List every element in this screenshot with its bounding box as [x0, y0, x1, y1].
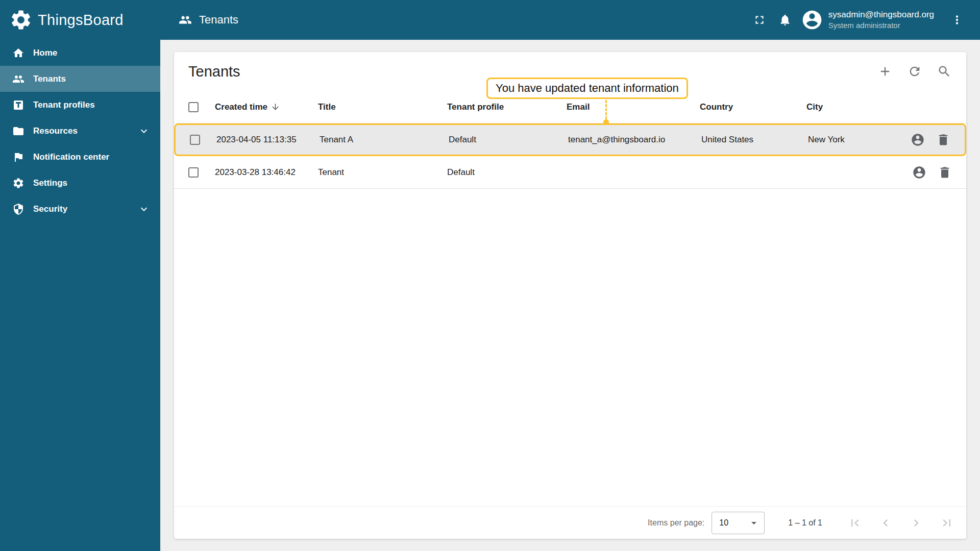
- bell-icon: [778, 13, 792, 27]
- tenants-card: Tenants Created time Title Tenant: [174, 52, 966, 539]
- sort-descending-icon: [267, 102, 280, 112]
- items-per-page-label: Items per page:: [648, 518, 704, 528]
- sidebar-item-label: Tenants: [33, 74, 66, 84]
- topbar-title: Tenants: [179, 13, 238, 27]
- user-email: sysadmin@thingsboard.org: [828, 9, 934, 20]
- app-root: ThingsBoard Home Tenants Tenant profiles…: [0, 0, 980, 551]
- chevron-right-icon: [909, 516, 923, 530]
- sidebar-item-settings[interactable]: Settings: [0, 170, 160, 196]
- page-range-label: 1 – 1 of 1: [788, 518, 822, 528]
- sidebar-item-notification-center[interactable]: Notification center: [0, 144, 160, 170]
- delete-tenant-button[interactable]: [936, 133, 950, 147]
- sidebar-item-label: Resources: [33, 126, 78, 136]
- last-page-button[interactable]: [936, 512, 958, 534]
- row-checkbox[interactable]: [188, 167, 199, 178]
- sidebar-item-home[interactable]: Home: [0, 40, 160, 66]
- more-menu-button[interactable]: [944, 7, 970, 33]
- column-header-created-time[interactable]: Created time: [215, 102, 318, 112]
- callout-text: You have updated tenant information: [496, 82, 679, 94]
- next-page-button[interactable]: [905, 512, 927, 534]
- refresh-button[interactable]: [903, 60, 926, 83]
- add-tenant-button[interactable]: [873, 60, 897, 83]
- cell-title: Tenant A: [320, 135, 449, 145]
- account-circle-icon: [912, 165, 926, 180]
- delete-tenant-button[interactable]: [938, 165, 952, 180]
- column-header-city[interactable]: City: [806, 102, 875, 112]
- row-actions: [875, 165, 952, 180]
- sidebar-item-security[interactable]: Security: [0, 196, 160, 222]
- sidebar-item-label: Security: [33, 204, 67, 214]
- cell-tenant-profile: Default: [447, 167, 567, 178]
- column-header-country[interactable]: Country: [700, 102, 806, 112]
- search-icon: [937, 64, 951, 79]
- topbar: Tenants sysadmin@thingsboard.org System …: [160, 0, 980, 40]
- refresh-icon: [908, 64, 922, 79]
- sidebar: ThingsBoard Home Tenants Tenant profiles…: [0, 0, 160, 551]
- cell-email: tenant_a@thingsboard.io: [568, 135, 701, 145]
- user-avatar[interactable]: [801, 9, 823, 31]
- folder-icon: [12, 125, 24, 137]
- content-area: Tenants Created time Title Tenant: [160, 40, 980, 551]
- first-page-button[interactable]: [844, 512, 866, 534]
- fullscreen-button[interactable]: [747, 7, 772, 33]
- items-per-page-value: 10: [719, 518, 728, 528]
- sidebar-item-tenant-profiles[interactable]: Tenant profiles: [0, 92, 160, 118]
- row-actions: [874, 133, 950, 147]
- column-header-title[interactable]: Title: [318, 102, 447, 112]
- select-all-checkbox[interactable]: [188, 102, 199, 112]
- shield-icon: [12, 203, 24, 215]
- table-row-tenant-a[interactable]: 2023-04-05 11:13:35 Tenant A Default ten…: [174, 123, 966, 156]
- chevron-down-icon: [138, 125, 150, 137]
- column-header-email[interactable]: Email: [567, 102, 700, 112]
- thingsboard-logo-icon: [9, 8, 33, 32]
- callout-connector-dot: [603, 119, 609, 125]
- sidebar-item-label: Settings: [33, 178, 67, 188]
- sidebar-item-label: Home: [33, 48, 57, 58]
- cell-created-time: 2023-03-28 13:46:42: [215, 167, 318, 178]
- callout-tooltip: You have updated tenant information: [486, 78, 688, 99]
- topbar-actions: sysadmin@thingsboard.org System administ…: [747, 7, 970, 33]
- chevron-down-icon: [138, 203, 150, 215]
- account-circle-icon: [801, 9, 823, 31]
- dropdown-arrow-icon: [748, 517, 760, 529]
- first-page-icon: [848, 516, 862, 530]
- main-area: Tenants sysadmin@thingsboard.org System …: [160, 0, 980, 551]
- sidebar-item-label: Notification center: [33, 152, 109, 162]
- manage-tenant-admins-button[interactable]: [912, 165, 926, 180]
- last-page-icon: [940, 516, 954, 530]
- user-info: sysadmin@thingsboard.org System administ…: [828, 9, 934, 31]
- notifications-button[interactable]: [772, 7, 798, 33]
- logo-text: ThingsBoard: [38, 12, 124, 29]
- account-circle-icon: [911, 133, 925, 147]
- card-actions: [873, 60, 956, 83]
- chevron-left-icon: [878, 516, 893, 530]
- table-empty-space: [174, 189, 966, 506]
- cell-city: New York: [808, 135, 874, 145]
- sidebar-item-label: Tenant profiles: [33, 100, 95, 110]
- fullscreen-icon: [753, 13, 766, 27]
- items-per-page-select[interactable]: 10: [712, 512, 765, 534]
- search-button[interactable]: [933, 60, 956, 83]
- table-row-tenant[interactable]: 2023-03-28 13:46:42 Tenant Default: [174, 156, 966, 189]
- plus-icon: [878, 64, 892, 79]
- page-title: Tenants: [188, 63, 240, 80]
- logo[interactable]: ThingsBoard: [0, 0, 160, 40]
- column-header-tenant-profile[interactable]: Tenant profile: [447, 102, 567, 112]
- gear-icon: [12, 177, 24, 189]
- tenant-profiles-icon: [12, 99, 24, 111]
- sidebar-item-resources[interactable]: Resources: [0, 118, 160, 144]
- sidebar-item-tenants[interactable]: Tenants: [0, 66, 160, 92]
- cell-title: Tenant: [318, 167, 447, 178]
- tenants-icon: [12, 73, 24, 85]
- sidebar-nav: Home Tenants Tenant profiles Resources N…: [0, 40, 160, 222]
- cell-created-time: 2023-04-05 11:13:35: [216, 135, 320, 145]
- cell-tenant-profile: Default: [449, 135, 568, 145]
- paginator: Items per page: 10 1 – 1 of 1: [174, 506, 966, 539]
- row-checkbox[interactable]: [190, 135, 200, 145]
- callout-connector-line: [605, 100, 607, 119]
- manage-tenant-admins-button[interactable]: [911, 133, 925, 147]
- topbar-title-text: Tenants: [199, 13, 238, 27]
- cell-country: United States: [701, 135, 808, 145]
- tenants-icon: [179, 13, 192, 27]
- previous-page-button[interactable]: [874, 512, 897, 534]
